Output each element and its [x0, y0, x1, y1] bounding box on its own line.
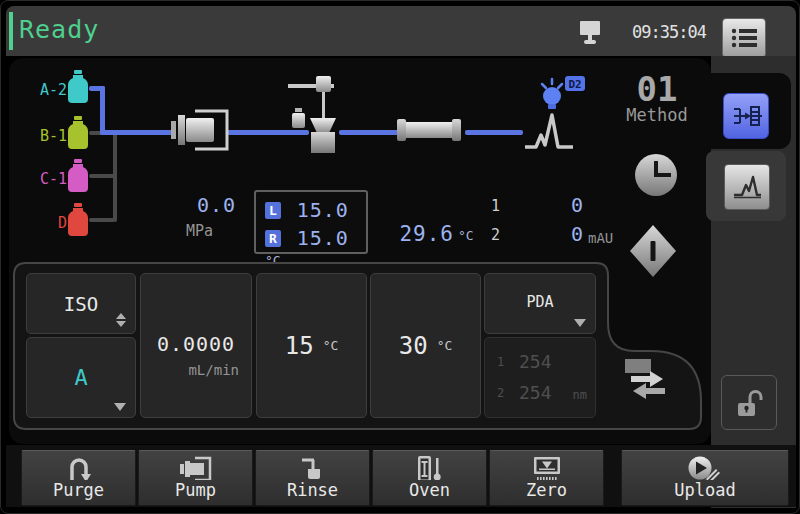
pump-label: Pump [175, 480, 216, 500]
spinner-up-icon [116, 313, 126, 319]
oven-label: Oven [409, 480, 450, 500]
flow-diagram-icon [730, 101, 762, 131]
detector-wavelength-field[interactable]: 1 254 2 254 nm [484, 337, 596, 418]
detector-dropdown-icon [574, 319, 586, 327]
zero-label: Zero [526, 480, 567, 500]
flow-rate-field[interactable]: 0.0000 mL/min [140, 273, 252, 418]
wavelength-2-index: 2 [497, 386, 504, 400]
left-temp-row: L 15.0 [265, 198, 349, 222]
detector-unit: mAU [588, 230, 613, 246]
pump-button[interactable]: Pump [138, 450, 253, 506]
wavelength-2-value: 254 [519, 382, 552, 403]
upload-label: Upload [674, 480, 735, 500]
clock-time: 09:35:04 [632, 22, 706, 42]
tube-column-detector [465, 130, 523, 135]
status-bar: Ready 09:35:04 [6, 6, 796, 56]
status-text: Ready [19, 15, 99, 44]
pump-mode-field[interactable]: ISO [26, 273, 136, 334]
channel-2-value: 0 [537, 222, 583, 246]
rinse-button[interactable]: Rinse [255, 450, 370, 506]
time-program-icon[interactable] [633, 152, 679, 198]
wavelength-1-value: 254 [519, 351, 552, 372]
tube-d [89, 218, 115, 222]
instrument-screen: Ready 09:35:04 [0, 0, 800, 514]
bottom-toolbar: Purge Pump Rinse [6, 445, 796, 507]
chromatogram-tab-button[interactable] [724, 164, 770, 210]
purge-button[interactable]: Purge [21, 450, 136, 506]
wavelength-unit: nm [573, 388, 587, 402]
channel-2-index: 2 [491, 226, 500, 244]
pump-pressure-unit: MPa [143, 222, 213, 240]
mode-spinner[interactable] [116, 313, 126, 327]
channel-1-value: 0 [537, 193, 583, 217]
chromatogram-icon [731, 172, 763, 202]
pump-mode-value: ISO [64, 293, 98, 315]
solvent-label-b1: B-1 [37, 127, 67, 145]
swap-screen-icon[interactable] [623, 359, 673, 405]
solvent-label-c1: C-1 [37, 170, 67, 188]
unlock-icon [733, 388, 765, 418]
right-temp-value: 15.0 [297, 226, 349, 250]
lock-button[interactable] [721, 375, 777, 430]
monitor-icon [578, 19, 602, 46]
left-temp-value: 15.0 [297, 198, 349, 222]
solvent-line-field[interactable]: A [26, 337, 136, 418]
oven-setpoint-field[interactable]: 30 °C [370, 273, 481, 418]
pump-toolbar-icon [179, 455, 213, 480]
tube-to-pump [100, 130, 174, 135]
flow-rate-value: 0.0000 [141, 332, 251, 356]
tube-a2-v [100, 86, 105, 135]
tube-c1 [89, 174, 115, 178]
method-number: 01 [619, 69, 695, 109]
bottle-icon-c1 [67, 159, 89, 193]
solvent-dropdown-icon [114, 403, 126, 411]
upload-icon [685, 455, 725, 480]
oven-temp-value: 29.6 [384, 222, 454, 246]
tube-manifold [113, 131, 117, 222]
bottle-icon-d [67, 203, 89, 237]
method-label: Method [619, 105, 695, 125]
sampler-setpoint-value: 15 [285, 332, 314, 360]
pump-icon [171, 107, 235, 153]
pump-pressure-value: 0.0 [156, 193, 236, 217]
lamp-icon: D2 [537, 75, 587, 113]
tube-injector-column [339, 130, 399, 135]
autosampler-icon [286, 75, 342, 153]
oven-setpoint-unit: °C [437, 338, 453, 353]
rinse-icon [298, 455, 328, 480]
bottle-icon-a2 [67, 70, 89, 104]
menu-button[interactable] [722, 18, 766, 58]
left-badge: L [265, 202, 281, 219]
purge-icon [64, 455, 94, 480]
oven-button[interactable]: Oven [372, 450, 487, 506]
status-cursor [9, 12, 13, 50]
column-icon [397, 119, 461, 141]
sampler-temp-box: L 15.0 R 15.0 °C [254, 190, 368, 254]
right-badge: R [265, 230, 281, 247]
solvent-label-a2: A-2 [37, 81, 67, 99]
sampler-setpoint-field[interactable]: 15 °C [256, 273, 367, 418]
oven-icon [416, 455, 443, 480]
oven-setpoint-value: 30 [399, 332, 428, 360]
zero-icon [532, 455, 562, 480]
oven-temp-unit: °C [458, 228, 474, 243]
sampler-setpoint-unit: °C [323, 338, 339, 353]
wavelength-1-index: 1 [497, 355, 504, 369]
solvent-line-value: A [74, 365, 87, 390]
detector-icon [523, 109, 575, 151]
spinner-down-icon [116, 321, 126, 327]
solvent-label-d: D [37, 214, 67, 232]
detector-select-field[interactable]: PDA [484, 273, 596, 334]
detector-name: PDA [485, 293, 595, 311]
menu-list-icon [729, 25, 759, 51]
upload-button[interactable]: Upload [621, 450, 789, 506]
bottle-icon-b1 [67, 116, 89, 150]
zero-button[interactable]: Zero [489, 450, 604, 506]
d2-lamp-badge: D2 [568, 78, 581, 91]
purge-label: Purge [53, 480, 104, 500]
channel-1-index: 1 [491, 197, 500, 215]
rinse-label: Rinse [287, 480, 338, 500]
flow-diagram-tab-button[interactable] [723, 93, 769, 139]
flow-rate-unit: mL/min [141, 362, 251, 378]
